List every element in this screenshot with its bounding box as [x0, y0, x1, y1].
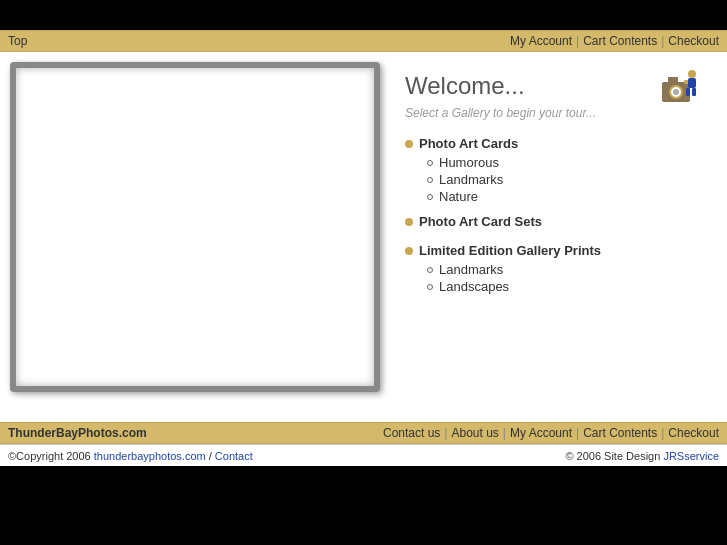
copyright-right-text: © 2006 Site Design	[565, 450, 663, 462]
svg-rect-8	[686, 88, 690, 96]
copyright-text: ©Copyright 2006	[8, 450, 94, 462]
footer-sep-1: |	[444, 426, 447, 440]
header-nav: Top My Account | Cart Contents | Checkou…	[0, 30, 727, 52]
gallery-item-limited-edition: Limited Edition Gallery Prints Landmarks…	[405, 243, 707, 294]
gallery-list: Photo Art Cards Humorous Landmarks Natur…	[405, 136, 707, 294]
gallery-image-frame	[10, 62, 380, 392]
bullet-circle-landmarks	[427, 177, 433, 183]
sub-item-nature[interactable]: Nature	[427, 189, 707, 204]
footer-nav-right: Contact us | About us | My Account | Car…	[383, 426, 719, 440]
top-black-bar	[0, 0, 727, 30]
bullet-limited	[405, 247, 413, 255]
top-link[interactable]: Top	[8, 34, 27, 48]
svg-point-3	[673, 89, 679, 95]
bullet-card-sets	[405, 218, 413, 226]
main-wrapper: Welcome... Select a Gallery to begin you…	[0, 52, 727, 402]
bullet-photo-art-cards	[405, 140, 413, 148]
svg-rect-4	[668, 77, 678, 83]
bullet-circle-landscapes	[427, 284, 433, 290]
footer-sep-2: |	[503, 426, 506, 440]
footer-site-name: ThunderBayPhotos.com	[8, 426, 147, 440]
copyright-right: © 2006 Site Design JRSservice	[565, 450, 719, 462]
footer-nav: ThunderBayPhotos.com Contact us | About …	[0, 422, 727, 444]
header-top-link[interactable]: Top	[8, 34, 27, 48]
footer-about-link[interactable]: About us	[451, 426, 498, 440]
copyright-sep: /	[206, 450, 215, 462]
nav-sep-1: |	[576, 34, 579, 48]
gallery-item-label-photo-art-cards[interactable]: Photo Art Cards	[405, 136, 707, 151]
spacer	[0, 402, 727, 422]
svg-rect-9	[692, 88, 696, 96]
gallery-item-label-card-sets[interactable]: Photo Art Card Sets	[405, 214, 707, 229]
footer-sep-3: |	[576, 426, 579, 440]
gallery-item-label-limited[interactable]: Limited Edition Gallery Prints	[405, 243, 707, 258]
copyright-left: ©Copyright 2006 thunderbayphotos.com / C…	[8, 450, 253, 462]
nav-sep-2: |	[661, 34, 664, 48]
sub-item-landscapes[interactable]: Landscapes	[427, 279, 707, 294]
jrsservice-link[interactable]: JRSservice	[663, 450, 719, 462]
svg-rect-7	[688, 78, 696, 88]
sub-item-humorous[interactable]: Humorous	[427, 155, 707, 170]
header-my-account-link[interactable]: My Account	[510, 34, 572, 48]
header-nav-right: My Account | Cart Contents | Checkout	[510, 34, 719, 48]
bullet-circle-humorous	[427, 160, 433, 166]
sub-item-landmarks[interactable]: Landmarks	[427, 172, 707, 187]
contact-link[interactable]: Contact	[215, 450, 253, 462]
footer-contact-link[interactable]: Contact us	[383, 426, 440, 440]
footer-checkout-link[interactable]: Checkout	[668, 426, 719, 440]
welcome-icon	[654, 62, 702, 113]
footer-sep-4: |	[661, 426, 664, 440]
gallery-item-photo-art-cards: Photo Art Cards Humorous Landmarks Natur…	[405, 136, 707, 204]
right-content: Welcome... Select a Gallery to begin you…	[390, 62, 717, 392]
gallery-item-photo-art-card-sets: Photo Art Card Sets	[405, 214, 707, 229]
footer-cart-link[interactable]: Cart Contents	[583, 426, 657, 440]
site-link[interactable]: thunderbayphotos.com	[94, 450, 206, 462]
footer-account-link[interactable]: My Account	[510, 426, 572, 440]
bullet-circle-landmarks-limited	[427, 267, 433, 273]
header-cart-link[interactable]: Cart Contents	[583, 34, 657, 48]
camera-svg-icon	[654, 62, 702, 110]
bullet-circle-nature	[427, 194, 433, 200]
copyright-bar: ©Copyright 2006 thunderbayphotos.com / C…	[0, 444, 727, 466]
sub-list-photo-art-cards: Humorous Landmarks Nature	[405, 155, 707, 204]
svg-point-6	[688, 70, 696, 78]
bottom-black-bar	[0, 466, 727, 496]
header-checkout-link[interactable]: Checkout	[668, 34, 719, 48]
sub-list-limited: Landmarks Landscapes	[405, 262, 707, 294]
sub-item-landmarks-limited[interactable]: Landmarks	[427, 262, 707, 277]
